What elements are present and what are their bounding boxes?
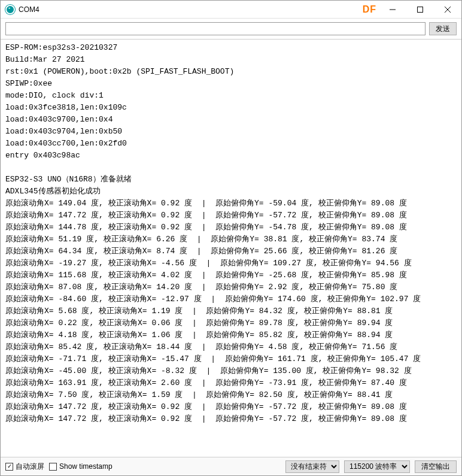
checkbox-icon: ✓: [5, 463, 13, 471]
close-button[interactable]: [434, 1, 461, 19]
line-ending-select[interactable]: 没有结束符换行符回车回车换行: [285, 460, 339, 473]
send-button[interactable]: 发送: [429, 22, 457, 35]
timestamp-checkbox[interactable]: Show timestamp: [49, 462, 113, 471]
baud-rate-select[interactable]: 9600 波特率19200 波特率115200 波特率230400 波特率: [344, 460, 410, 473]
titlebar: COM4 DF: [1, 1, 461, 19]
maximize-button[interactable]: [406, 1, 434, 19]
send-input[interactable]: [5, 22, 425, 35]
toolbar: 发送: [1, 19, 461, 39]
minimize-button[interactable]: [379, 1, 406, 19]
serial-monitor-window: COM4 DF 发送 ESP-ROM:esp32s3-20210327 Buil…: [0, 0, 462, 476]
bottombar: ✓ 自动滚屏 Show timestamp 没有结束符换行符回车回车换行 960…: [1, 457, 461, 475]
autoscroll-checkbox[interactable]: ✓ 自动滚屏: [5, 462, 44, 472]
timestamp-label: Show timestamp: [59, 462, 113, 471]
arduino-icon: [5, 5, 15, 14]
brand-overlay: DF: [363, 4, 376, 15]
clear-output-button[interactable]: 清空输出: [415, 460, 457, 473]
checkbox-icon: [49, 463, 57, 471]
autoscroll-label: 自动滚屏: [16, 462, 44, 472]
window-title: COM4: [19, 5, 39, 14]
console-output[interactable]: ESP-ROM:esp32s3-20210327 Build:Mar 27 20…: [1, 39, 461, 457]
svg-rect-1: [418, 7, 423, 12]
